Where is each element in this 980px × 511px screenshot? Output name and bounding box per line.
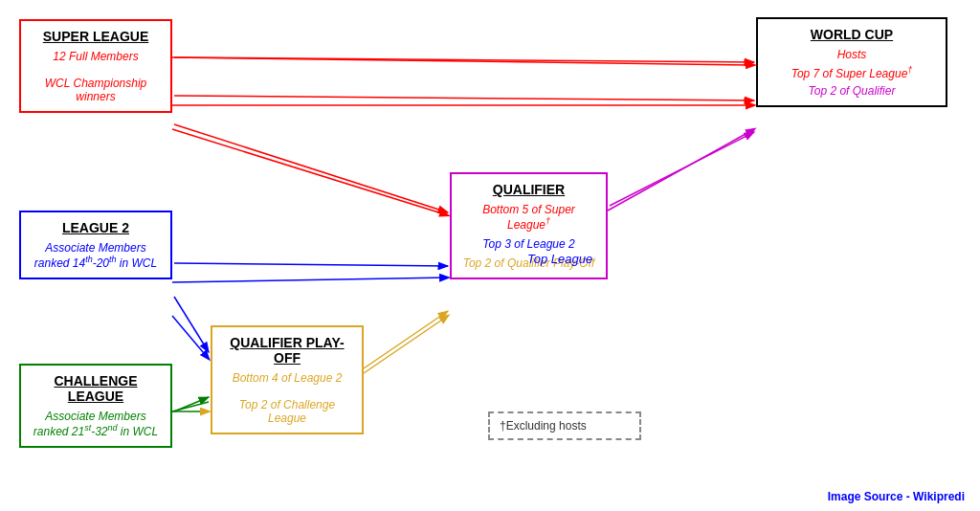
world-cup-line2: Top 7 of Super League† [768, 65, 936, 80]
svg-line-7 [364, 316, 448, 373]
svg-line-8 [608, 129, 754, 211]
svg-line-14 [174, 57, 754, 62]
world-cup-line1: Hosts [768, 48, 936, 61]
world-cup-line3: Top 2 of Qualifier [768, 84, 936, 98]
svg-line-18 [174, 297, 209, 352]
league2-box: LEAGUE 2 Associate Members ranked 14th-2… [19, 211, 172, 279]
svg-line-21 [610, 132, 754, 206]
diagram: SUPER LEAGUE 12 Full Members WCL Champio… [0, 0, 980, 511]
svg-line-16 [174, 124, 448, 212]
league2-line1: Associate Members ranked 14th-20th in WC… [31, 241, 161, 270]
super-league-box: SUPER LEAGUE 12 Full Members WCL Champio… [19, 19, 172, 113]
top-league-label: Top League [527, 252, 592, 266]
svg-line-0 [172, 57, 754, 65]
svg-line-20 [364, 311, 448, 368]
qualifier-title: QUALIFIER [461, 182, 596, 197]
footnote-text: †Excluding hosts [500, 419, 587, 433]
super-league-line2: WCL Championship winners [31, 77, 161, 103]
qualifier-playoff-line1: Bottom 4 of League 2 [222, 371, 352, 385]
footnote-box: †Excluding hosts [488, 411, 641, 440]
qualifier-playoff-line2: Top 2 of Challenge League [222, 398, 352, 425]
world-cup-box: WORLD CUP Hosts Top 7 of Super League† T… [756, 17, 947, 107]
svg-line-6 [172, 402, 209, 411]
qualifier-line2: Top 3 of League 2 [461, 237, 596, 251]
svg-line-17 [174, 263, 448, 266]
svg-line-4 [172, 316, 209, 359]
super-league-title: SUPER LEAGUE [31, 29, 161, 44]
svg-line-19 [174, 397, 209, 411]
league2-title: LEAGUE 2 [31, 220, 161, 235]
qualifier-playoff-title: QUALIFIER PLAY-OFF [222, 335, 352, 366]
world-cup-title: WORLD CUP [768, 27, 936, 42]
challenge-league-line1: Associate Members ranked 21st-32nd in WC… [31, 410, 161, 438]
challenge-league-box: CHALLENGE LEAGUE Associate Members ranke… [19, 364, 172, 448]
qualifier-playoff-box: QUALIFIER PLAY-OFF Bottom 4 of League 2 … [211, 325, 364, 434]
image-source: Image Source - Wikipredi [828, 490, 965, 503]
super-league-line1: 12 Full Members [31, 50, 161, 63]
svg-line-2 [172, 129, 448, 215]
qualifier-line1: Bottom 5 of Super League† [461, 203, 596, 232]
challenge-league-title: CHALLENGE LEAGUE [31, 373, 161, 404]
svg-line-3 [172, 278, 448, 282]
svg-line-15 [174, 96, 754, 100]
